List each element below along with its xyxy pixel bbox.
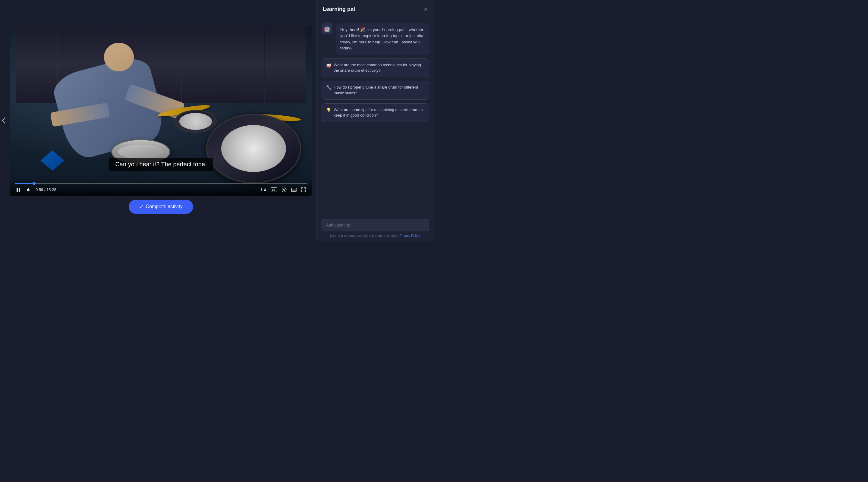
bot-text: Hey there! 🎉 I'm your Learning pal – whe…	[336, 23, 429, 55]
panel-body: 🤖 Hey there! 🎉 I'm your Learning pal – w…	[317, 19, 434, 215]
tom-drum	[175, 110, 217, 133]
bass-drum	[206, 114, 301, 184]
suggestion-chip-2[interactable]: 🔧 How do I properly tune a snare drum fo…	[321, 81, 429, 99]
drummer-scene	[10, 27, 312, 196]
drum-kit	[101, 70, 312, 196]
chip-icon-2: 🔧	[326, 85, 331, 91]
learning-pal-panel: Learning pal × 🤖 Hey there! 🎉 I'm your L…	[316, 0, 434, 241]
panel-header: Learning pal ×	[317, 0, 434, 19]
complete-activity-button[interactable]: ✓ Complete activity	[129, 200, 193, 214]
volume-button[interactable]	[25, 187, 32, 193]
miniplayer-button[interactable]	[260, 187, 267, 193]
svg-rect-3	[264, 190, 266, 191]
check-icon: ✓	[140, 204, 144, 210]
suggestion-chip-1[interactable]: 🥁 What are the most common techniques fo…	[321, 59, 429, 77]
controls-row: 0:59 / 15:28	[15, 187, 307, 193]
video-subtitle: Can you hear it? The perfect tone.	[108, 158, 213, 171]
footer-disclaimer: Learning pal may occasionally make mista…	[321, 234, 429, 237]
time-display: 0:59 / 15:28	[36, 187, 56, 192]
settings-button[interactable]	[281, 187, 287, 193]
chip-icon-1: 🥁	[326, 62, 331, 68]
video-container: Can you hear it? The perfect tone.	[0, 0, 316, 241]
pause-button[interactable]	[15, 187, 22, 193]
ask-input[interactable]	[321, 219, 429, 231]
video-frame[interactable]: Can you hear it? The perfect tone.	[10, 27, 312, 196]
svg-rect-8	[292, 190, 296, 191]
privacy-link[interactable]: Privacy Policy.	[399, 234, 421, 237]
progress-fill	[15, 183, 34, 184]
complete-activity-wrapper: ✓ Complete activity	[129, 200, 193, 214]
svg-point-6	[284, 189, 285, 190]
chip-icon-3: 💡	[326, 107, 331, 113]
svg-text:CC: CC	[272, 189, 275, 191]
svg-rect-0	[17, 188, 18, 192]
bot-message: 🤖 Hey there! 🎉 I'm your Learning pal – w…	[321, 23, 429, 55]
close-panel-button[interactable]: ×	[423, 5, 428, 13]
progress-bar[interactable]	[15, 183, 307, 184]
theater-button[interactable]	[290, 187, 297, 193]
panel-footer: Learning pal may occasionally make mista…	[317, 215, 434, 241]
suggestion-chip-3[interactable]: 💡 What are some tips for maintaining a s…	[321, 103, 429, 122]
controls-left: 0:59 / 15:28	[15, 187, 56, 193]
bot-avatar: 🤖	[321, 23, 333, 34]
captions-button[interactable]: CC	[270, 187, 278, 193]
fullscreen-button[interactable]	[300, 187, 307, 193]
back-arrow[interactable]	[0, 111, 7, 130]
panel-title: Learning pal	[323, 6, 355, 12]
video-controls: 0:59 / 15:28	[10, 179, 312, 196]
logo-watermark	[40, 150, 64, 170]
video-wrapper: Can you hear it? The perfect tone.	[10, 27, 312, 196]
controls-right: CC	[260, 187, 307, 193]
svg-rect-1	[19, 188, 20, 192]
